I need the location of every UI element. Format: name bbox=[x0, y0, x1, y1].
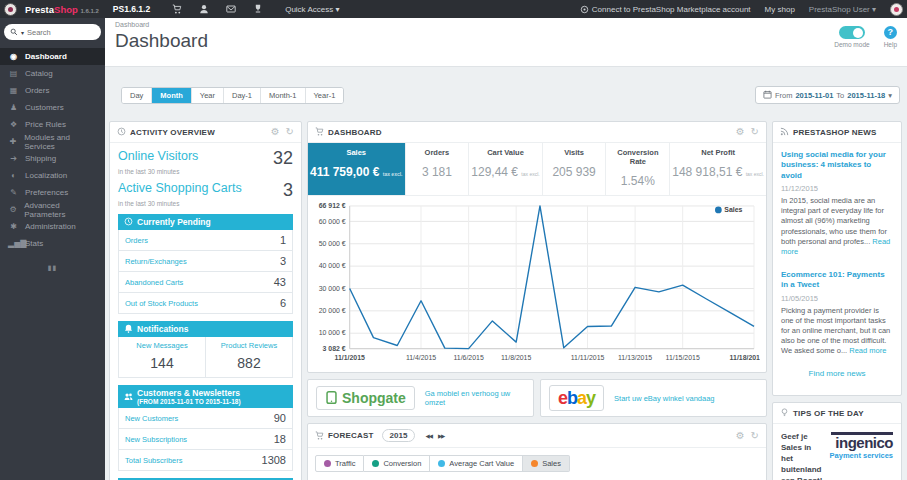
ebay-logo[interactable]: ebay bbox=[549, 385, 604, 411]
date-range-picker[interactable]: From2015-11-01 To2015-11-18 ▾ bbox=[755, 86, 900, 104]
demo-mode-control: Demo mode bbox=[834, 26, 869, 48]
online-visitors-link[interactable]: Online Visitors bbox=[118, 149, 198, 163]
activity-overview-panel: ACTIVITY OVERVIEW ⚙↻ Online Visitors32 i… bbox=[109, 121, 302, 480]
sidebar-item-stats[interactable]: ▂▅▇Stats bbox=[0, 235, 105, 252]
refresh-icon[interactable]: ↻ bbox=[751, 431, 759, 441]
tips-of-the-day-panel: TIPS OF THE DAY ingenico Payment service… bbox=[772, 402, 902, 480]
svg-text:60 000 €: 60 000 € bbox=[319, 218, 346, 225]
main-content: Day Month Year Day-1 Month-1 Year-1 From… bbox=[105, 67, 907, 480]
out-of-stock-row[interactable]: Out of Stock Products6 bbox=[119, 293, 292, 313]
sidebar-item-customers[interactable]: ♟Customers bbox=[0, 99, 105, 116]
sidebar-search[interactable]: ▾ bbox=[4, 24, 101, 40]
forecast-year[interactable]: 2015 bbox=[382, 429, 416, 442]
total-subscribers-row[interactable]: Total Subscribers1308 bbox=[119, 450, 292, 470]
refresh-icon[interactable]: ↻ bbox=[751, 127, 759, 137]
marketplace-link[interactable]: Connect to PrestaShop Marketplace accoun… bbox=[580, 5, 751, 14]
kpi-visits-tab[interactable]: Visits205 939 bbox=[542, 143, 606, 195]
sidebar-item-shipping[interactable]: ➔Shipping bbox=[0, 150, 105, 167]
shopgate-link[interactable]: Ga mobiel en verhoog uw omzet bbox=[425, 389, 525, 407]
pending-returns-row[interactable]: Return/Exchanges3 bbox=[119, 251, 292, 272]
read-more-link[interactable]: Read more bbox=[849, 346, 886, 355]
legend-conversion-button[interactable]: Conversion bbox=[364, 455, 430, 472]
breadcrumb[interactable]: Dashboard bbox=[115, 21, 897, 28]
kpi-net-profit-tab[interactable]: Net Profit148 918,51 € tax excl. bbox=[669, 143, 766, 195]
find-more-news-link[interactable]: Find more news bbox=[781, 369, 893, 378]
news-body: In 2015, social media are an integral pa… bbox=[781, 196, 893, 257]
legend-traffic-button[interactable]: Traffic bbox=[315, 455, 364, 472]
my-shop-link[interactable]: My shop bbox=[765, 5, 795, 14]
kpi-conversion-rate-tab[interactable]: Conversion Rate1.54% bbox=[605, 143, 669, 195]
period-month-button[interactable]: Month bbox=[151, 88, 191, 103]
sidebar-item-catalog[interactable]: ▤Catalog bbox=[0, 65, 105, 82]
new-messages-cell[interactable]: New Messages144 bbox=[119, 337, 205, 377]
cart-icon bbox=[315, 127, 324, 137]
ebay-link[interactable]: Start uw eBay winkel vandaag bbox=[614, 394, 714, 403]
gear-icon[interactable]: ⚙ bbox=[271, 127, 280, 137]
forecast-panel: FORECAST 2015 ◀◀ ▶▶ ⚙↻ Traffic Conversio… bbox=[307, 423, 767, 480]
kpi-cart-value-tab[interactable]: Cart Value129,44 € tax excl. bbox=[468, 143, 541, 195]
gear-icon[interactable]: ⚙ bbox=[736, 127, 745, 137]
sidebar-item-preferences[interactable]: ✎Preferences bbox=[0, 184, 105, 201]
stats-icon: ▂▅▇ bbox=[8, 239, 19, 248]
period-year-1-button[interactable]: Year-1 bbox=[305, 88, 344, 103]
help-control: ? Help bbox=[884, 26, 897, 48]
legend-average-cart-value-button[interactable]: Average Cart Value bbox=[430, 455, 523, 472]
demo-mode-toggle[interactable] bbox=[839, 26, 865, 39]
search-input[interactable] bbox=[27, 28, 85, 37]
new-customers-row[interactable]: New Customers90 bbox=[119, 408, 292, 429]
svg-text:50 000 €: 50 000 € bbox=[319, 240, 346, 247]
prestashop-logo[interactable] bbox=[4, 3, 17, 16]
pending-orders-row[interactable]: Orders1 bbox=[119, 230, 292, 251]
kpi-sales-tab[interactable]: Sales411 759,00 € tax excl. bbox=[308, 143, 405, 195]
refresh-icon[interactable]: ↻ bbox=[286, 127, 294, 137]
product-reviews-cell[interactable]: Product Reviews882 bbox=[205, 337, 292, 377]
customers-icon: ♟ bbox=[8, 103, 19, 112]
kpi-orders-tab[interactable]: Orders3 181 bbox=[405, 143, 469, 195]
search-scope-caret-icon[interactable]: ▾ bbox=[21, 29, 24, 36]
new-subscriptions-row[interactable]: New Subscriptions18 bbox=[119, 429, 292, 450]
active-carts-value: 3 bbox=[283, 181, 293, 199]
period-month-1-button[interactable]: Month-1 bbox=[260, 88, 305, 103]
sidebar-item-price-rules[interactable]: ❖Price Rules bbox=[0, 116, 105, 133]
news-headline[interactable]: Ecommerce 101: Payments in a Tweet bbox=[781, 270, 893, 291]
abandoned-carts-row[interactable]: Abandoned Carts43 bbox=[119, 272, 292, 293]
messages-icon[interactable] bbox=[226, 4, 236, 15]
user-menu[interactable]: PrestaShop User ▾ bbox=[809, 5, 876, 14]
ebay-promo: ebay Start uw eBay winkel vandaag bbox=[540, 379, 767, 417]
quick-access-menu[interactable]: Quick Access ▾ bbox=[285, 5, 339, 14]
news-headline[interactable]: Using social media for your business: 4 … bbox=[781, 150, 893, 181]
period-year-button[interactable]: Year bbox=[191, 88, 223, 103]
brand-version: 1.6.1.2 bbox=[80, 8, 98, 14]
sales-line-chart[interactable]: 66 912 €60 000 €50 000 €40 000 €30 000 €… bbox=[312, 200, 760, 370]
previous-year-icon[interactable]: ◀◀ bbox=[425, 433, 431, 439]
online-visitors-value: 32 bbox=[273, 149, 293, 167]
period-day-button[interactable]: Day bbox=[122, 88, 151, 103]
sidebar-item-dashboard[interactable]: ◉Dashboard bbox=[0, 48, 105, 65]
forecast-panel-title: FORECAST bbox=[328, 431, 374, 440]
sidebar-collapse-button[interactable]: ▮▮ bbox=[0, 264, 105, 272]
gear-icon[interactable]: ⚙ bbox=[736, 431, 745, 441]
shop-version: PS1.6.1.2 bbox=[113, 4, 150, 14]
ingenico-logo[interactable]: ingenico Payment services bbox=[823, 432, 893, 459]
sidebar-item-localization[interactable]: ◐Localization bbox=[0, 167, 105, 184]
sidebar-item-modules[interactable]: ✚Modules and Services bbox=[0, 133, 105, 150]
period-day-1-button[interactable]: Day-1 bbox=[223, 88, 260, 103]
trophy-icon[interactable] bbox=[253, 4, 263, 15]
sidebar-item-advanced-parameters[interactable]: ⚙Advanced Parameters bbox=[0, 201, 105, 218]
active-carts-link[interactable]: Active Shopping Carts bbox=[118, 181, 242, 195]
shopgate-logo[interactable]: Shopgate bbox=[316, 386, 415, 410]
help-button[interactable]: ? bbox=[884, 26, 897, 39]
customer-icon[interactable] bbox=[199, 4, 209, 15]
next-year-icon[interactable]: ▶▶ bbox=[438, 433, 444, 439]
bell-icon bbox=[124, 324, 133, 334]
chevron-down-icon: ▾ bbox=[872, 5, 876, 14]
sidebar-item-administration[interactable]: ✱Administration bbox=[0, 218, 105, 235]
user-avatar[interactable] bbox=[890, 3, 903, 16]
legend-sales-button[interactable]: Sales bbox=[523, 455, 570, 472]
activity-panel-title: ACTIVITY OVERVIEW bbox=[130, 128, 215, 137]
cart-icon[interactable] bbox=[172, 4, 182, 15]
svg-text:30 000 €: 30 000 € bbox=[319, 285, 346, 292]
online-visitors-subtitle: in the last 30 minutes bbox=[118, 168, 293, 175]
svg-text:20 000 €: 20 000 € bbox=[319, 307, 346, 314]
sidebar-item-orders[interactable]: ▦Orders bbox=[0, 82, 105, 99]
